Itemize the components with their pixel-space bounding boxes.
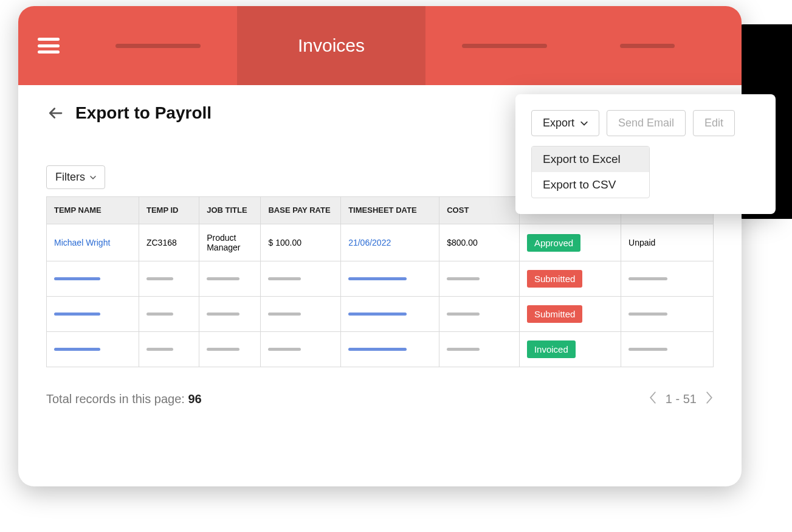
placeholder-line (146, 313, 174, 316)
placeholder-line (268, 277, 300, 280)
placeholder-line (146, 348, 174, 351)
send-email-button[interactable]: Send Email (607, 110, 686, 136)
pager-next[interactable] (705, 392, 714, 407)
cell-timesheet-status: Approved (519, 224, 621, 261)
cell-temp-name[interactable] (47, 261, 139, 297)
col-cost[interactable]: COST (439, 197, 520, 224)
export-dropdown: Export to Excel Export to CSV (531, 146, 650, 198)
edit-button[interactable]: Edit (693, 110, 735, 136)
placeholder-line (628, 313, 667, 316)
send-email-label: Send Email (618, 117, 674, 130)
placeholder-line (54, 277, 100, 280)
placeholder-line (447, 348, 479, 351)
payroll-table: TEMP NAME TEMP ID JOB TITLE BASE PAY RAT… (46, 196, 714, 367)
total-records-count: 96 (188, 392, 201, 406)
cell-job-title (199, 297, 261, 332)
hamburger-icon (38, 38, 60, 54)
pager-prev[interactable] (649, 392, 657, 407)
cell-temp-name[interactable] (47, 332, 139, 367)
tab-invoices[interactable]: Invoices (237, 6, 425, 85)
cell-cost (439, 297, 520, 332)
table-footer: Total records in this page: 96 1 - 51 (46, 392, 714, 407)
back-button[interactable] (46, 104, 64, 122)
cell-cost: $800.00 (439, 224, 520, 261)
placeholder-line (207, 348, 239, 351)
total-records: Total records in this page: 96 (46, 392, 202, 406)
cell-temp-name[interactable]: Michael Wright (47, 224, 139, 261)
col-temp-name[interactable]: TEMP NAME (47, 197, 139, 224)
chevron-down-icon (580, 121, 588, 126)
menu-button[interactable] (18, 38, 79, 54)
cell-job-title (199, 261, 261, 297)
status-badge: Submitted (527, 270, 583, 288)
placeholder-line (348, 277, 407, 280)
cell-base-pay-rate (261, 297, 341, 332)
table-row: Submitted (47, 261, 714, 297)
col-job-title[interactable]: JOB TITLE (199, 197, 261, 224)
cell-temp-id (139, 332, 199, 367)
cell-job-title: Product Manager (199, 224, 261, 261)
tab-label: Invoices (298, 35, 365, 56)
header-tabs: Invoices (79, 6, 742, 85)
tab-placeholder-3[interactable] (584, 6, 711, 85)
chevron-down-icon (90, 176, 96, 179)
placeholder-line (628, 348, 667, 351)
cell-timesheet-date[interactable] (341, 261, 439, 297)
status-badge: Invoiced (527, 340, 576, 358)
placeholder-line (207, 277, 239, 280)
cell-paid-status (621, 332, 714, 367)
cell-temp-id (139, 297, 199, 332)
status-badge: Approved (527, 234, 580, 252)
app-header: Invoices (18, 6, 742, 85)
cell-timesheet-date[interactable] (341, 332, 439, 367)
tab-placeholder-2[interactable] (425, 6, 584, 85)
chevron-right-icon (705, 392, 714, 404)
arrow-left-icon (46, 104, 64, 122)
placeholder-line (146, 277, 174, 280)
placeholder-line (447, 313, 479, 316)
placeholder-line (268, 313, 300, 316)
filters-button[interactable]: Filters (46, 165, 105, 189)
cell-cost (439, 261, 520, 297)
cell-paid-status (621, 261, 714, 297)
table-row: Michael WrightZC3168Product Manager$ 100… (47, 224, 714, 261)
action-panel: Export Send Email Edit Export to Excel E… (515, 94, 776, 214)
cell-timesheet-date[interactable] (341, 297, 439, 332)
cell-temp-id: ZC3168 (139, 224, 199, 261)
table-row: Submitted (47, 297, 714, 332)
col-temp-id[interactable]: TEMP ID (139, 197, 199, 224)
export-to-csv[interactable]: Export to CSV (532, 172, 649, 198)
cell-job-title (199, 332, 261, 367)
export-button[interactable]: Export (531, 110, 599, 136)
export-to-excel[interactable]: Export to Excel (532, 147, 649, 172)
cell-paid-status: Unpaid (621, 224, 714, 261)
pager: 1 - 51 (649, 392, 714, 407)
table-row: Invoiced (47, 332, 714, 367)
cell-timesheet-status: Submitted (519, 261, 621, 297)
placeholder-line (348, 348, 407, 351)
total-records-label: Total records in this page: (46, 392, 188, 406)
status-badge: Submitted (527, 305, 583, 323)
cell-temp-name[interactable] (47, 297, 139, 332)
page-title: Export to Payroll (75, 103, 212, 123)
placeholder-line (348, 313, 407, 316)
cell-paid-status (621, 297, 714, 332)
cell-timesheet-status: Submitted (519, 297, 621, 332)
cell-timesheet-status: Invoiced (519, 332, 621, 367)
placeholder-line (54, 348, 100, 351)
tab-placeholder-1[interactable] (79, 6, 237, 85)
placeholder-line (207, 313, 239, 316)
cell-temp-id (139, 261, 199, 297)
export-label: Export (543, 117, 574, 130)
placeholder-line (268, 348, 300, 351)
col-base-pay-rate[interactable]: BASE PAY RATE (261, 197, 341, 224)
cell-base-pay-rate (261, 261, 341, 297)
cell-cost (439, 332, 520, 367)
filters-label: Filters (55, 171, 85, 184)
cell-timesheet-date[interactable]: 21/06/2022 (341, 224, 439, 261)
chevron-left-icon (649, 392, 657, 404)
placeholder-line (628, 277, 667, 280)
cell-base-pay-rate: $ 100.00 (261, 224, 341, 261)
action-row: Export Send Email Edit (531, 110, 760, 136)
col-timesheet-date[interactable]: TIMESHEET DATE (341, 197, 439, 224)
